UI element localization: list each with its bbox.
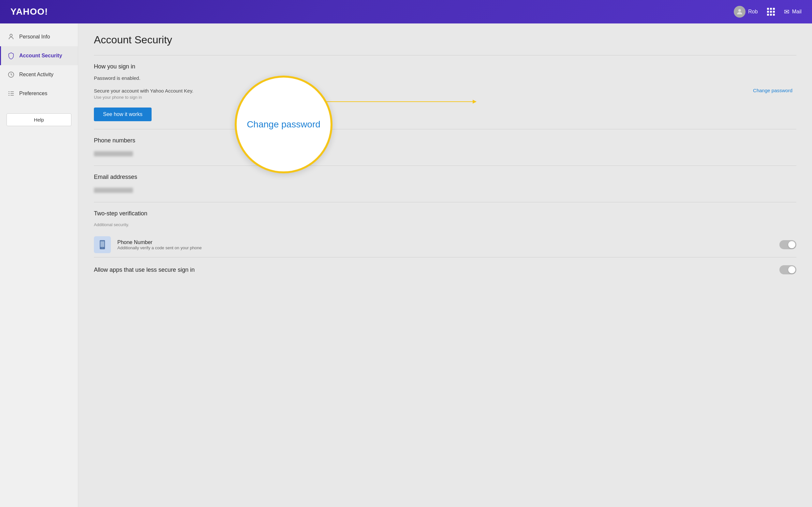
page-title: Account Security (94, 34, 796, 46)
magnify-circle: Change password (235, 75, 332, 173)
mail-button[interactable]: ✉ Mail (784, 8, 802, 16)
phone-number-value (94, 151, 133, 156)
yahoo-logo: YAHOO! (10, 6, 48, 17)
section-less-secure: Allow apps that use less secure sign in (94, 258, 796, 282)
mail-label: Mail (792, 9, 802, 15)
shield-icon (7, 52, 15, 59)
sidebar-item-preferences[interactable]: Preferences (0, 84, 78, 103)
two-step-title: Two-step verification (94, 202, 796, 222)
two-step-toggle[interactable] (779, 240, 796, 249)
sidebar: Personal Info Account Security Recent Ac… (0, 23, 78, 507)
change-password-link[interactable]: Change password (753, 88, 793, 93)
two-step-phone-desc: Additionally verify a code sent on your … (117, 245, 773, 250)
phone-numbers-title: Phone numbers (94, 129, 796, 149)
sign-in-title: How you sign in (94, 55, 796, 75)
phone-numbers-body (94, 149, 796, 166)
svg-marker-14 (473, 100, 477, 104)
mail-icon: ✉ (784, 8, 790, 16)
sidebar-footer: Help (0, 107, 78, 132)
two-step-item-phone: Phone Number Additionally verify a code … (94, 232, 796, 257)
pointer-line-svg (326, 95, 489, 115)
user-avatar (734, 6, 746, 17)
user-menu[interactable]: Rob (734, 6, 758, 17)
section-email-addresses: Email addresses (94, 166, 796, 202)
less-secure-title: Allow apps that use less secure sign in (94, 267, 195, 273)
sidebar-item-preferences-label: Preferences (19, 91, 47, 97)
app-header: YAHOO! Rob ✉ Mail (0, 0, 812, 23)
svg-rect-11 (101, 248, 103, 248)
section-two-step: Two-step verification Additional securit… (94, 202, 796, 257)
help-button[interactable]: Help (6, 113, 71, 126)
see-how-button[interactable]: See how it works (94, 108, 152, 121)
two-step-phone-name: Phone Number (117, 239, 773, 245)
sidebar-item-account-security-label: Account Security (19, 53, 62, 59)
section-sign-in: How you sign in Password is enabled. Sec… (94, 55, 796, 129)
sidebar-item-recent-activity-label: Recent Activity (19, 72, 53, 77)
two-step-subtitle: Additional security. (94, 222, 796, 227)
main-content: Account Security How you sign in Passwor… (78, 23, 812, 507)
person-icon (736, 8, 744, 16)
svg-point-0 (738, 9, 741, 12)
sidebar-item-personal-info-label: Personal Info (19, 34, 50, 40)
list-icon (7, 90, 15, 97)
apps-grid-button[interactable] (766, 6, 776, 17)
phone-icon-box (94, 236, 111, 253)
person-icon (7, 33, 15, 40)
svg-point-1 (10, 34, 12, 37)
sidebar-item-personal-info[interactable]: Personal Info (0, 27, 78, 46)
less-secure-toggle[interactable] (779, 265, 796, 274)
account-key-text: Secure your account with Yahoo Account K… (94, 88, 796, 94)
password-status: Password is enabled. (94, 75, 796, 81)
svg-rect-10 (100, 241, 104, 247)
sidebar-item-recent-activity[interactable]: Recent Activity (0, 65, 78, 84)
pointer-line (326, 95, 489, 116)
clock-icon (7, 71, 15, 78)
email-addresses-body (94, 186, 796, 202)
sidebar-item-account-security[interactable]: Account Security (0, 46, 78, 65)
header-right: Rob ✉ Mail (734, 6, 802, 17)
change-password-pointer-label[interactable]: Change password (753, 87, 793, 94)
section-phone-numbers: Phone numbers (94, 129, 796, 166)
phone-device-icon (97, 239, 108, 250)
email-address-value (94, 188, 133, 193)
user-name: Rob (748, 9, 758, 15)
page-layout: Personal Info Account Security Recent Ac… (0, 23, 812, 507)
two-step-phone-text: Phone Number Additionally verify a code … (117, 239, 773, 250)
email-addresses-title: Email addresses (94, 166, 796, 186)
magnify-text: Change password (247, 119, 320, 130)
svg-rect-12 (100, 241, 104, 241)
